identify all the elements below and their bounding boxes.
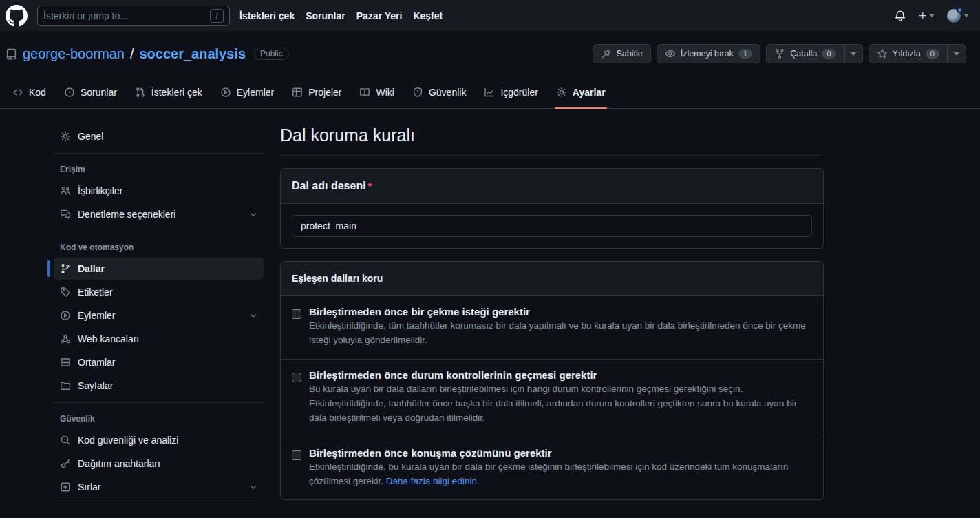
require-conversation-resolution-checkbox[interactable] xyxy=(292,450,301,460)
settings-main: Dal koruma kuralı Dal adı deseni* Eşleşe… xyxy=(280,125,824,510)
star-button-label: Yıldızla xyxy=(893,49,921,59)
sidebar-item-collaborators[interactable]: İşbirlikçiler xyxy=(54,180,264,202)
option-description: Bu kurala uyan bir dala dalların birleşt… xyxy=(309,382,812,426)
tab-projects-label: Projeler xyxy=(308,87,341,98)
tab-projects[interactable]: Projeler xyxy=(285,76,348,108)
option-require-conversation-resolution: Birleştirmeden önce konuşma çözümünü ger… xyxy=(281,437,823,500)
require-pull-request-checkbox[interactable] xyxy=(292,309,301,319)
tab-pull-requests[interactable]: İstekleri çek xyxy=(128,76,209,108)
sidebar-item-label: Sayfalar xyxy=(78,380,113,391)
tab-wiki[interactable]: Wiki xyxy=(352,76,401,108)
breadcrumb: george-boorman / soccer_analysis Public xyxy=(6,46,289,62)
divider xyxy=(54,153,264,154)
repo-name-link[interactable]: soccer_analysis xyxy=(139,46,246,62)
watch-button[interactable]: İzlemeyi bırak 1 xyxy=(657,44,761,63)
star-button[interactable]: Yıldızla 0 xyxy=(869,44,948,63)
watch-count: 1 xyxy=(738,49,752,59)
option-require-status-checks: Birleştirmeden önce durum kontrollerinin… xyxy=(281,359,823,437)
tab-settings[interactable]: Ayarlar xyxy=(549,76,612,108)
book-icon xyxy=(359,87,370,98)
sidebar-item-code-security[interactable]: Kod güvenliği ve analizi xyxy=(54,429,264,451)
codescan-icon xyxy=(60,435,71,446)
tab-issues[interactable]: Sorunlar xyxy=(57,76,124,108)
sidebar-item-label: Web kancaları xyxy=(78,333,139,344)
slash-shortcut-key: / xyxy=(210,9,224,23)
star-count: 0 xyxy=(926,49,939,59)
sidebar-item-label: Etiketler xyxy=(78,287,113,298)
divider xyxy=(54,402,264,403)
learn-more-link[interactable]: Daha fazla bilgi edinin. xyxy=(386,476,480,486)
nav-issues[interactable]: Sorunlar xyxy=(306,10,345,21)
tab-issues-label: Sorunlar xyxy=(81,87,117,98)
branch-pattern-label: Dal adı deseni xyxy=(292,180,366,191)
tab-wiki-label: Wiki xyxy=(376,87,394,98)
global-search[interactable]: / xyxy=(37,6,230,26)
fork-button[interactable]: Çatalla 0 xyxy=(766,44,844,63)
breadcrumb-separator: / xyxy=(130,46,134,62)
chevron-down-icon xyxy=(929,14,935,17)
tab-pull-requests-label: İstekleri çek xyxy=(151,87,202,98)
nav-marketplace[interactable]: Pazar Yeri xyxy=(356,10,403,21)
avatar[interactable] xyxy=(947,9,961,23)
key-icon xyxy=(60,458,71,469)
sidebar-item-environments[interactable]: Ortamlar xyxy=(54,351,264,373)
option-description-text: Etkinleştirildiğinde, bu kurala uyan bir… xyxy=(309,462,788,486)
require-status-checks-checkbox[interactable] xyxy=(292,373,301,382)
search-input[interactable] xyxy=(43,10,204,21)
fork-split-button: Çatalla 0 xyxy=(766,44,862,63)
sidebar-item-moderation[interactable]: Denetleme seçenekleri xyxy=(54,203,264,225)
sidebar-item-branches[interactable]: Dallar xyxy=(54,258,264,280)
pin-button[interactable]: Sabitle xyxy=(593,44,651,63)
create-new-menu[interactable]: + xyxy=(919,9,935,22)
repo-actions: Sabitle İzlemeyi bırak 1 Çatalla 0 xyxy=(593,44,966,63)
visibility-badge: Public xyxy=(254,48,289,60)
people-icon xyxy=(60,185,71,196)
code-icon xyxy=(12,87,23,98)
graph-icon xyxy=(484,87,495,98)
sidebar-item-secrets[interactable]: Sırlar xyxy=(54,476,264,498)
divider xyxy=(54,504,264,504)
sidebar-item-actions[interactable]: Eylemler xyxy=(54,304,264,327)
play-circle-icon xyxy=(220,87,231,98)
option-label[interactable]: Birleştirmeden önce durum kontrollerinin… xyxy=(309,369,812,381)
fork-icon xyxy=(774,48,785,59)
header-nav: İstekleri çek Sorunlar Pazar Yeri Keşfet xyxy=(239,10,443,21)
chevron-down-icon xyxy=(248,482,258,492)
sidebar-item-label: Ortamlar xyxy=(78,357,115,368)
sidebar-item-general[interactable]: Genel xyxy=(54,125,264,147)
nav-pull-requests[interactable]: İstekleri çek xyxy=(239,10,295,21)
sidebar-item-tags[interactable]: Etiketler xyxy=(54,281,264,303)
star-dropdown-button[interactable] xyxy=(948,44,966,63)
sidebar-item-label: Kod güvenliği ve analizi xyxy=(78,435,178,446)
plus-icon: + xyxy=(919,9,926,22)
tab-code[interactable]: Kod xyxy=(6,76,53,108)
option-label[interactable]: Birleştirmeden önce konuşma çözümünü ger… xyxy=(309,447,812,459)
branch-icon xyxy=(60,263,71,274)
tab-security-label: Güvenlik xyxy=(429,87,466,98)
notifications-bell-icon[interactable] xyxy=(894,10,906,22)
nav-explore[interactable]: Keşfet xyxy=(413,10,443,21)
fork-dropdown-button[interactable] xyxy=(844,44,863,63)
table-icon xyxy=(292,87,303,98)
branch-pattern-input[interactable] xyxy=(292,215,812,237)
secret-icon xyxy=(60,481,71,493)
divider xyxy=(54,231,264,231)
repo-owner-link[interactable]: george-boorman xyxy=(23,46,125,62)
chevron-down-icon xyxy=(963,14,969,17)
tab-security[interactable]: Güvenlik xyxy=(405,76,473,108)
sidebar-item-pages[interactable]: Sayfalar xyxy=(54,375,264,397)
repo-header: george-boorman / soccer_analysis Public … xyxy=(0,31,980,70)
option-description: Etkinleştirildiğinde, bu kurala uyan bir… xyxy=(309,460,812,489)
tab-actions[interactable]: Eylemler xyxy=(213,76,281,108)
sidebar-item-label: Dallar xyxy=(78,263,105,274)
tab-settings-label: Ayarlar xyxy=(573,87,606,98)
github-logo-icon[interactable] xyxy=(6,5,28,27)
sidebar-item-webhooks[interactable]: Web kancaları xyxy=(54,328,264,350)
page-title: Dal koruma kuralı xyxy=(280,125,824,145)
issue-icon xyxy=(64,87,75,98)
user-menu[interactable] xyxy=(947,9,969,23)
sidebar-item-deploy-keys[interactable]: Dağıtım anahtarları xyxy=(54,453,264,475)
tab-insights[interactable]: İçgörüler xyxy=(477,76,544,108)
tab-code-label: Kod xyxy=(29,87,46,98)
option-label[interactable]: Birleştirmeden önce bir çekme isteği ger… xyxy=(309,306,812,318)
